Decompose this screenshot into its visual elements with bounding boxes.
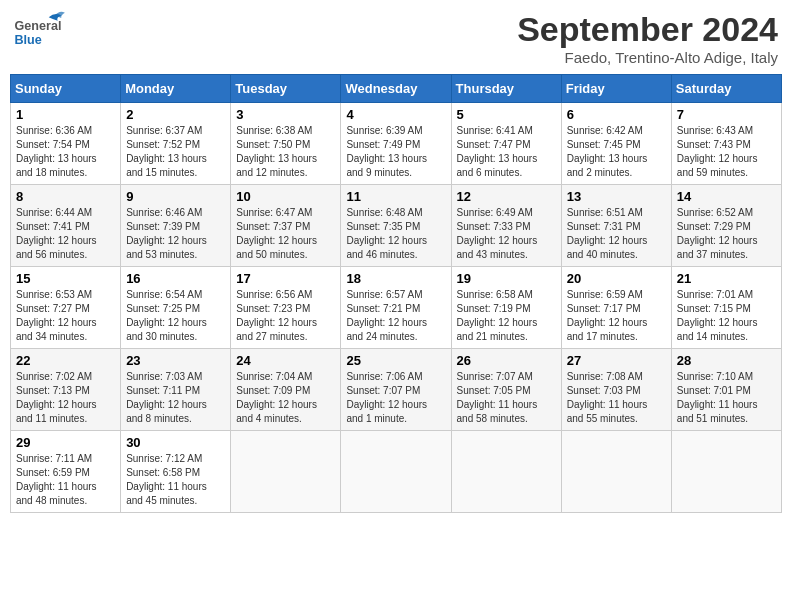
day-info: Sunrise: 6:38 AMSunset: 7:50 PMDaylight:… bbox=[236, 124, 335, 180]
calendar-cell: 29 Sunrise: 7:11 AMSunset: 6:59 PMDaylig… bbox=[11, 431, 121, 513]
calendar-cell: 2 Sunrise: 6:37 AMSunset: 7:52 PMDayligh… bbox=[121, 103, 231, 185]
day-info: Sunrise: 6:53 AMSunset: 7:27 PMDaylight:… bbox=[16, 288, 115, 344]
day-info: Sunrise: 6:56 AMSunset: 7:23 PMDaylight:… bbox=[236, 288, 335, 344]
day-number: 24 bbox=[236, 353, 335, 368]
calendar-cell: 4 Sunrise: 6:39 AMSunset: 7:49 PMDayligh… bbox=[341, 103, 451, 185]
calendar-cell: 13 Sunrise: 6:51 AMSunset: 7:31 PMDaylig… bbox=[561, 185, 671, 267]
calendar-cell bbox=[341, 431, 451, 513]
title-block: September 2024 Faedo, Trentino-Alto Adig… bbox=[517, 10, 778, 66]
calendar-table: SundayMondayTuesdayWednesdayThursdayFrid… bbox=[10, 74, 782, 513]
day-number: 3 bbox=[236, 107, 335, 122]
calendar-cell: 3 Sunrise: 6:38 AMSunset: 7:50 PMDayligh… bbox=[231, 103, 341, 185]
day-info: Sunrise: 6:43 AMSunset: 7:43 PMDaylight:… bbox=[677, 124, 776, 180]
day-info: Sunrise: 7:07 AMSunset: 7:05 PMDaylight:… bbox=[457, 370, 556, 426]
calendar-day-header: Saturday bbox=[671, 75, 781, 103]
day-info: Sunrise: 7:08 AMSunset: 7:03 PMDaylight:… bbox=[567, 370, 666, 426]
day-info: Sunrise: 6:37 AMSunset: 7:52 PMDaylight:… bbox=[126, 124, 225, 180]
calendar-cell bbox=[561, 431, 671, 513]
calendar-cell: 9 Sunrise: 6:46 AMSunset: 7:39 PMDayligh… bbox=[121, 185, 231, 267]
calendar-day-header: Tuesday bbox=[231, 75, 341, 103]
calendar-cell: 20 Sunrise: 6:59 AMSunset: 7:17 PMDaylig… bbox=[561, 267, 671, 349]
day-number: 8 bbox=[16, 189, 115, 204]
day-info: Sunrise: 7:04 AMSunset: 7:09 PMDaylight:… bbox=[236, 370, 335, 426]
day-info: Sunrise: 6:57 AMSunset: 7:21 PMDaylight:… bbox=[346, 288, 445, 344]
calendar-cell: 27 Sunrise: 7:08 AMSunset: 7:03 PMDaylig… bbox=[561, 349, 671, 431]
calendar-cell: 6 Sunrise: 6:42 AMSunset: 7:45 PMDayligh… bbox=[561, 103, 671, 185]
day-number: 30 bbox=[126, 435, 225, 450]
calendar-day-header: Sunday bbox=[11, 75, 121, 103]
calendar-week-row: 29 Sunrise: 7:11 AMSunset: 6:59 PMDaylig… bbox=[11, 431, 782, 513]
calendar-week-row: 22 Sunrise: 7:02 AMSunset: 7:13 PMDaylig… bbox=[11, 349, 782, 431]
calendar-day-header: Thursday bbox=[451, 75, 561, 103]
day-info: Sunrise: 6:59 AMSunset: 7:17 PMDaylight:… bbox=[567, 288, 666, 344]
calendar-week-row: 15 Sunrise: 6:53 AMSunset: 7:27 PMDaylig… bbox=[11, 267, 782, 349]
day-info: Sunrise: 7:02 AMSunset: 7:13 PMDaylight:… bbox=[16, 370, 115, 426]
calendar-cell bbox=[231, 431, 341, 513]
day-number: 26 bbox=[457, 353, 556, 368]
day-info: Sunrise: 7:03 AMSunset: 7:11 PMDaylight:… bbox=[126, 370, 225, 426]
calendar-cell: 25 Sunrise: 7:06 AMSunset: 7:07 PMDaylig… bbox=[341, 349, 451, 431]
day-number: 5 bbox=[457, 107, 556, 122]
day-number: 13 bbox=[567, 189, 666, 204]
calendar-cell bbox=[671, 431, 781, 513]
calendar-day-header: Monday bbox=[121, 75, 231, 103]
calendar-cell: 15 Sunrise: 6:53 AMSunset: 7:27 PMDaylig… bbox=[11, 267, 121, 349]
calendar-cell: 21 Sunrise: 7:01 AMSunset: 7:15 PMDaylig… bbox=[671, 267, 781, 349]
calendar-cell: 16 Sunrise: 6:54 AMSunset: 7:25 PMDaylig… bbox=[121, 267, 231, 349]
day-info: Sunrise: 6:44 AMSunset: 7:41 PMDaylight:… bbox=[16, 206, 115, 262]
calendar-cell: 7 Sunrise: 6:43 AMSunset: 7:43 PMDayligh… bbox=[671, 103, 781, 185]
page-header: General Blue September 2024 Faedo, Trent… bbox=[10, 10, 782, 66]
day-info: Sunrise: 6:39 AMSunset: 7:49 PMDaylight:… bbox=[346, 124, 445, 180]
day-info: Sunrise: 7:11 AMSunset: 6:59 PMDaylight:… bbox=[16, 452, 115, 508]
location-title: Faedo, Trentino-Alto Adige, Italy bbox=[517, 49, 778, 66]
day-number: 29 bbox=[16, 435, 115, 450]
day-info: Sunrise: 6:47 AMSunset: 7:37 PMDaylight:… bbox=[236, 206, 335, 262]
day-info: Sunrise: 7:12 AMSunset: 6:58 PMDaylight:… bbox=[126, 452, 225, 508]
calendar-header-row: SundayMondayTuesdayWednesdayThursdayFrid… bbox=[11, 75, 782, 103]
day-info: Sunrise: 6:54 AMSunset: 7:25 PMDaylight:… bbox=[126, 288, 225, 344]
day-number: 23 bbox=[126, 353, 225, 368]
day-number: 6 bbox=[567, 107, 666, 122]
day-info: Sunrise: 6:52 AMSunset: 7:29 PMDaylight:… bbox=[677, 206, 776, 262]
day-number: 4 bbox=[346, 107, 445, 122]
day-number: 22 bbox=[16, 353, 115, 368]
calendar-cell: 30 Sunrise: 7:12 AMSunset: 6:58 PMDaylig… bbox=[121, 431, 231, 513]
calendar-cell: 28 Sunrise: 7:10 AMSunset: 7:01 PMDaylig… bbox=[671, 349, 781, 431]
calendar-cell: 26 Sunrise: 7:07 AMSunset: 7:05 PMDaylig… bbox=[451, 349, 561, 431]
day-number: 14 bbox=[677, 189, 776, 204]
calendar-cell: 10 Sunrise: 6:47 AMSunset: 7:37 PMDaylig… bbox=[231, 185, 341, 267]
day-number: 1 bbox=[16, 107, 115, 122]
calendar-cell: 12 Sunrise: 6:49 AMSunset: 7:33 PMDaylig… bbox=[451, 185, 561, 267]
calendar-day-header: Friday bbox=[561, 75, 671, 103]
day-number: 20 bbox=[567, 271, 666, 286]
calendar-cell bbox=[451, 431, 561, 513]
calendar-cell: 17 Sunrise: 6:56 AMSunset: 7:23 PMDaylig… bbox=[231, 267, 341, 349]
day-number: 16 bbox=[126, 271, 225, 286]
day-number: 12 bbox=[457, 189, 556, 204]
day-number: 18 bbox=[346, 271, 445, 286]
day-info: Sunrise: 6:42 AMSunset: 7:45 PMDaylight:… bbox=[567, 124, 666, 180]
calendar-week-row: 1 Sunrise: 6:36 AMSunset: 7:54 PMDayligh… bbox=[11, 103, 782, 185]
calendar-cell: 11 Sunrise: 6:48 AMSunset: 7:35 PMDaylig… bbox=[341, 185, 451, 267]
calendar-day-header: Wednesday bbox=[341, 75, 451, 103]
day-info: Sunrise: 6:51 AMSunset: 7:31 PMDaylight:… bbox=[567, 206, 666, 262]
day-number: 25 bbox=[346, 353, 445, 368]
day-info: Sunrise: 6:58 AMSunset: 7:19 PMDaylight:… bbox=[457, 288, 556, 344]
calendar-cell: 24 Sunrise: 7:04 AMSunset: 7:09 PMDaylig… bbox=[231, 349, 341, 431]
day-number: 9 bbox=[126, 189, 225, 204]
calendar-cell: 14 Sunrise: 6:52 AMSunset: 7:29 PMDaylig… bbox=[671, 185, 781, 267]
day-info: Sunrise: 7:06 AMSunset: 7:07 PMDaylight:… bbox=[346, 370, 445, 426]
day-number: 11 bbox=[346, 189, 445, 204]
svg-text:General: General bbox=[15, 19, 62, 33]
day-info: Sunrise: 7:01 AMSunset: 7:15 PMDaylight:… bbox=[677, 288, 776, 344]
day-info: Sunrise: 6:46 AMSunset: 7:39 PMDaylight:… bbox=[126, 206, 225, 262]
logo-icon: General Blue bbox=[14, 10, 69, 55]
day-number: 27 bbox=[567, 353, 666, 368]
day-number: 17 bbox=[236, 271, 335, 286]
day-number: 2 bbox=[126, 107, 225, 122]
day-info: Sunrise: 6:49 AMSunset: 7:33 PMDaylight:… bbox=[457, 206, 556, 262]
calendar-cell: 22 Sunrise: 7:02 AMSunset: 7:13 PMDaylig… bbox=[11, 349, 121, 431]
day-number: 21 bbox=[677, 271, 776, 286]
calendar-cell: 23 Sunrise: 7:03 AMSunset: 7:11 PMDaylig… bbox=[121, 349, 231, 431]
day-number: 7 bbox=[677, 107, 776, 122]
